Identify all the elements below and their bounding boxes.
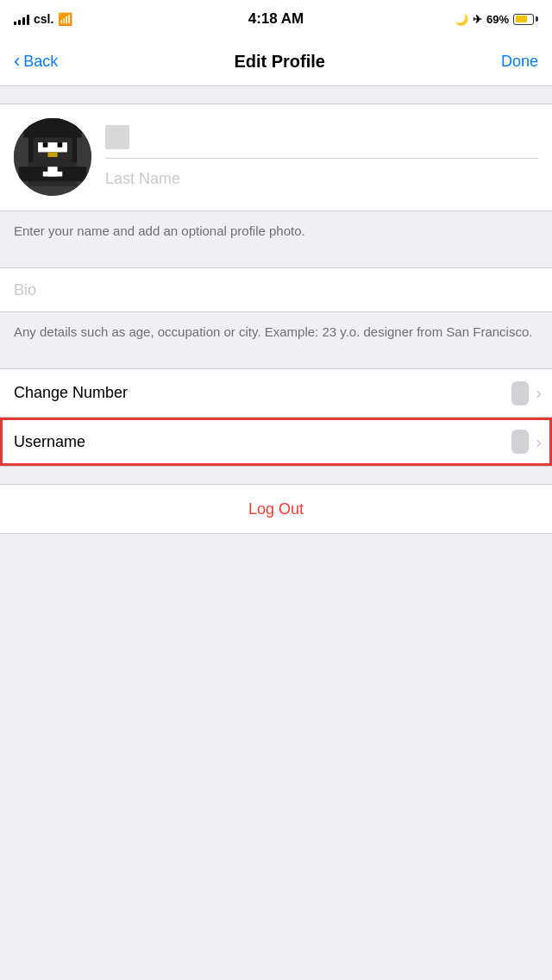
wifi-icon: 📶 [58, 12, 72, 26]
back-button[interactable]: ‹ Back [14, 53, 58, 71]
main-content: Last Name Enter your name and add an opt… [0, 86, 552, 603]
username-item[interactable]: Username › [0, 418, 552, 466]
avatar[interactable] [14, 118, 91, 196]
username-label: Username [14, 433, 85, 451]
moon-icon: 🌙 [455, 13, 468, 26]
last-name-field[interactable]: Last Name [105, 159, 538, 197]
battery-icon [513, 14, 538, 25]
bio-section[interactable]: Bio [0, 267, 552, 312]
svg-rect-6 [58, 142, 63, 148]
svg-rect-13 [43, 172, 63, 177]
status-time: 4:18 AM [248, 10, 304, 28]
location-icon: ✈ [473, 13, 482, 26]
status-bar: csl. 📶 4:18 AM 🌙 ✈ 69% [0, 0, 552, 38]
name-fields: Last Name [105, 118, 538, 197]
last-name-placeholder: Last Name [105, 170, 180, 188]
svg-rect-5 [43, 142, 48, 148]
change-number-right: › [511, 381, 538, 405]
page-title: Edit Profile [234, 52, 325, 72]
change-number-value [511, 381, 529, 405]
username-right: › [511, 430, 538, 454]
logout-label: Log Out [248, 500, 304, 518]
signal-icon [14, 13, 29, 25]
done-button[interactable]: Done [501, 53, 538, 71]
change-number-label: Change Number [14, 384, 128, 402]
status-right: 🌙 ✈ 69% [455, 13, 538, 26]
change-number-item[interactable]: Change Number › [0, 369, 552, 418]
profile-section: Last Name [0, 104, 552, 211]
back-chevron-icon: ‹ [14, 52, 20, 71]
username-value [511, 430, 529, 454]
username-chevron-icon: › [536, 432, 542, 452]
first-name-row [105, 118, 538, 159]
back-label: Back [23, 53, 58, 71]
bottom-space [0, 534, 552, 603]
list-section: Change Number › Username › [0, 368, 552, 467]
first-name-pixel-icon [105, 125, 129, 149]
logout-button[interactable]: Log Out [0, 485, 552, 533]
profile-info-text: Enter your name and add an optional prof… [0, 211, 552, 250]
nav-bar: ‹ Back Edit Profile Done [0, 38, 552, 86]
carrier-label: csl. [34, 12, 53, 26]
svg-rect-11 [47, 152, 57, 157]
svg-rect-8 [28, 118, 77, 128]
change-number-chevron-icon: › [536, 383, 542, 403]
bio-placeholder: Bio [14, 281, 36, 299]
logout-section: Log Out [0, 484, 552, 534]
battery-percentage: 69% [486, 13, 509, 26]
bio-info-text: Any details such as age, occupation or c… [0, 312, 552, 351]
status-left: csl. 📶 [14, 12, 72, 26]
